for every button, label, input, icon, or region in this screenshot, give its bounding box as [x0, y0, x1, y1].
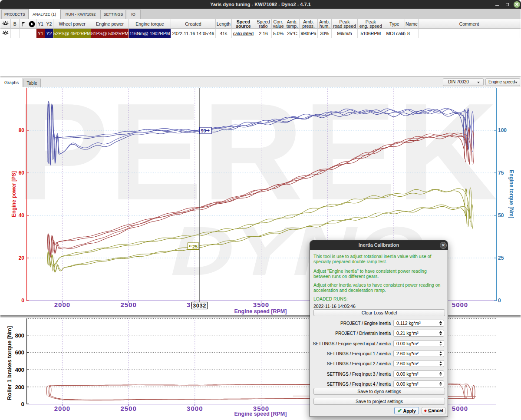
svg-text:0: 0	[21, 401, 24, 407]
svg-text:5000: 5000	[452, 301, 468, 308]
svg-text:100: 100	[498, 127, 507, 133]
svg-text:2500: 2500	[120, 405, 136, 412]
svg-text:5000: 5000	[452, 405, 468, 412]
svg-text:0: 0	[498, 298, 501, 304]
svg-text:80: 80	[19, 127, 25, 133]
svg-text:25: 25	[498, 255, 504, 261]
svg-text:600: 600	[15, 349, 24, 356]
svg-text:Engine torque [Nm]: Engine torque [Nm]	[508, 170, 514, 218]
svg-text:2500: 2500	[120, 301, 136, 308]
svg-text:50: 50	[498, 212, 504, 218]
svg-text:400: 400	[15, 367, 24, 373]
svg-text:Engine speed [RPM]: Engine speed [RPM]	[234, 411, 287, 417]
svg-text:25: 25	[192, 244, 198, 249]
svg-text:Engine power [PS]: Engine power [PS]	[11, 171, 17, 217]
svg-text:200: 200	[15, 384, 24, 390]
svg-text:0: 0	[21, 298, 24, 304]
svg-text:2000: 2000	[54, 405, 70, 412]
svg-text:40: 40	[19, 212, 25, 218]
svg-text:60: 60	[19, 170, 25, 176]
svg-text:99: 99	[201, 128, 206, 133]
svg-text:3500: 3500	[253, 301, 269, 308]
svg-text:Engine speed [RPM]: Engine speed [RPM]	[234, 308, 287, 314]
svg-text:2000: 2000	[54, 301, 70, 308]
svg-text:75: 75	[498, 170, 504, 176]
svg-text:20: 20	[19, 255, 25, 261]
svg-text:3000: 3000	[187, 405, 203, 412]
svg-text:Roller 1 brakes torque [Nm]: Roller 1 brakes torque [Nm]	[6, 326, 13, 400]
svg-text:3032: 3032	[193, 302, 206, 309]
svg-text:800: 800	[15, 332, 24, 339]
svg-text:PEREK: PEREK	[16, 87, 498, 228]
